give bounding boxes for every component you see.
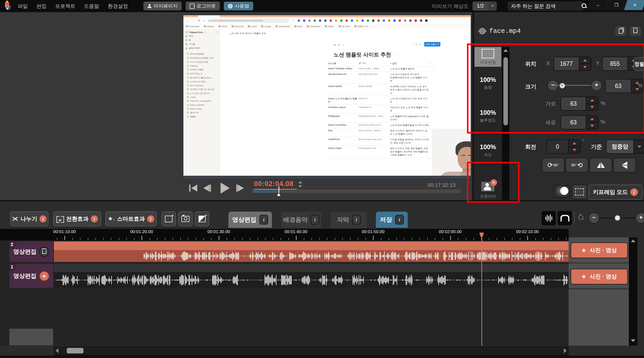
ruler-tick <box>157 238 158 240</box>
video-preview[interactable]: ← → ⟳ ⌂ notion.so/kkm0526/ac222d316c6745… <box>183 15 471 179</box>
menu-item[interactable]: 환경설정 <box>108 3 128 10</box>
crop-frame-button[interactable] <box>161 211 176 227</box>
extension-icon <box>356 19 358 22</box>
logout-button[interactable]: 로그아웃 <box>185 2 220 11</box>
duplicate-clip-button[interactable] <box>615 26 627 36</box>
mode-volume[interactable]: 100% 음량 <box>475 67 501 100</box>
trash-icon <box>633 29 637 33</box>
transform-toggle[interactable] <box>553 185 570 198</box>
reload-icon: ⟳ <box>198 19 200 23</box>
play-button[interactable] <box>219 182 231 194</box>
scroll-up-icon[interactable] <box>503 49 508 52</box>
mypage-button[interactable]: 마이페이지 <box>143 2 182 11</box>
add-photo-video-button-track1[interactable]: +사진 · 영상 <box>571 269 628 284</box>
current-timecode[interactable]: 00:02:04.08 <box>254 180 297 190</box>
chevron-down-icon[interactable] <box>488 2 497 11</box>
zoom-in-button[interactable]: + <box>635 212 644 223</box>
rotation-basis-select[interactable]: 정중앙 <box>606 140 644 154</box>
menu-item[interactable]: 프로젝트 <box>55 3 75 10</box>
waveform-display-button[interactable] <box>541 211 556 226</box>
tab-save[interactable]: 저장i <box>376 212 408 228</box>
scroll-left-icon[interactable] <box>56 348 58 353</box>
notion-page-title: 노션 템플릿 사이트 추천⋯ <box>334 51 397 58</box>
gear-icon[interactable] <box>479 28 486 34</box>
zoom-out-button[interactable]: − <box>588 212 599 223</box>
width-input[interactable]: 63 <box>561 97 598 111</box>
mode-freeform[interactable]: 자유변형 <box>475 47 501 67</box>
flip-horizontal-button[interactable] <box>589 158 612 172</box>
scroll-down-icon[interactable] <box>631 339 635 342</box>
ruler-tick <box>319 238 320 240</box>
playhead[interactable] <box>481 234 482 346</box>
scroll-up-icon[interactable] <box>631 239 635 242</box>
ruler-tick <box>203 238 204 240</box>
transition-effect-button[interactable]: ⇄ 전환효과 i <box>53 211 101 227</box>
track-2-clip[interactable] <box>54 241 569 250</box>
menu-item[interactable]: 파일 <box>18 3 28 10</box>
size-slider-handle[interactable] <box>560 83 565 88</box>
rotation-input[interactable]: 0 <box>546 140 581 154</box>
track-1-clip[interactable] <box>54 264 569 272</box>
mode-opacity[interactable]: 100% 불투명도 <box>475 100 501 133</box>
keyframe-mode-button[interactable]: 키프레임 모드 i <box>588 185 642 200</box>
tracks-scrollbar[interactable] <box>629 237 637 346</box>
minimize-button[interactable]: – <box>587 0 609 10</box>
ruler-tick <box>250 238 250 240</box>
timeline-hscrollbar[interactable] <box>54 346 568 355</box>
seek-bar[interactable] <box>252 190 461 193</box>
ruler-tick <box>504 238 505 240</box>
scroll-right-icon[interactable] <box>564 348 567 353</box>
snap-magnet-button[interactable] <box>557 211 572 226</box>
tab-video-edit[interactable]: 영상편집i <box>228 212 272 228</box>
flip-vertical-button[interactable] <box>613 158 636 172</box>
usage-button[interactable]: i 사용법 <box>224 2 253 11</box>
height-input[interactable]: 63 <box>561 115 598 129</box>
ruler-tick <box>165 238 165 240</box>
table-row: sijin.gumroad.comsijin.gumroad.com/노션 공식… <box>327 72 435 84</box>
position-label: 위치 <box>525 60 536 68</box>
tab-bgm[interactable]: 배경음악i <box>281 212 321 228</box>
position-x-input[interactable]: 1677 <box>553 57 591 71</box>
step-forward-button[interactable] <box>236 184 245 193</box>
timecode-spinner[interactable] <box>298 181 302 188</box>
menu-item[interactable]: 편집 <box>36 3 47 10</box>
track-2-label[interactable]: 영상편집 <box>9 241 53 262</box>
split-button[interactable]: 나누기 i <box>10 211 49 227</box>
inspector-scrollbar[interactable] <box>502 47 509 212</box>
mode-speed[interactable]: 100% 속도 <box>475 133 501 168</box>
table-row: Redgregoryredgregory.com/n...and-i...노션 … <box>327 114 435 123</box>
snapshot-button[interactable] <box>178 211 193 227</box>
select-region-button[interactable] <box>572 185 587 199</box>
seek-handle[interactable] <box>278 186 279 193</box>
ruler-tick <box>173 238 173 240</box>
hscroll-thumb[interactable] <box>67 348 83 353</box>
maximize-button[interactable]: ❐ <box>606 0 627 10</box>
zoom-slider-handle[interactable] <box>615 215 620 221</box>
close-button[interactable]: ✕ <box>624 0 644 10</box>
rotate-cw-button[interactable]: ⟳90° <box>542 158 565 172</box>
extension-icon <box>377 19 380 22</box>
delete-clip-button[interactable] <box>629 26 641 36</box>
align-button[interactable]: 정렬 <box>633 57 644 71</box>
scrollbar-thumb[interactable] <box>503 57 508 125</box>
tab-subtitle[interactable]: 자막i <box>331 212 367 228</box>
track-1-add-button[interactable]: + <box>39 271 49 281</box>
step-back-button[interactable] <box>202 184 211 193</box>
chevron-down-icon <box>633 140 644 153</box>
track-1-label[interactable]: 영상편집 + <box>9 264 53 288</box>
track-2-delete-button[interactable] <box>39 247 49 257</box>
skip-start-button[interactable] <box>189 184 198 193</box>
notion-sidebar-page: 영루 테크노스 <box>183 72 220 76</box>
size-plus-button[interactable]: + <box>591 80 602 91</box>
extension-icon <box>335 19 337 22</box>
rotate-ccw-button[interactable]: 90°⟲ <box>566 158 588 172</box>
faq-search-input[interactable] <box>507 3 582 9</box>
preview-resolution-select[interactable]: 1/2 <box>472 1 497 11</box>
add-photo-video-button-track2[interactable]: +사진 · 영상 <box>571 242 628 258</box>
filter-button[interactable] <box>195 211 209 227</box>
bookmark-folder: Economy <box>232 25 243 28</box>
smart-effect-button[interactable]: ★ 스마트효과 i <box>105 211 157 227</box>
folder-icon <box>354 26 357 27</box>
dashed-select-icon <box>575 188 584 195</box>
menu-item[interactable]: 도움말 <box>84 3 99 10</box>
